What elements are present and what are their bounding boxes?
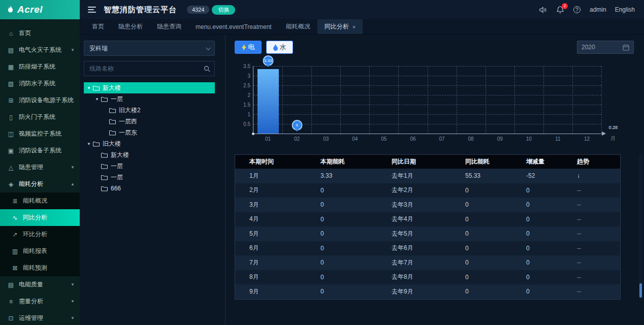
- tree-node-新大楼[interactable]: 新大楼: [84, 149, 215, 160]
- expand-arrow-icon[interactable]: ▼: [87, 86, 93, 90]
- sidebar-item-防排烟子系统[interactable]: ▦防排烟子系统: [0, 58, 80, 75]
- electric-toggle-button[interactable]: 电: [235, 41, 262, 54]
- scrollbar-thumb[interactable]: [639, 283, 642, 298]
- help-icon[interactable]: ?: [573, 6, 581, 14]
- tab-隐患分析[interactable]: 隐患分析: [111, 19, 150, 34]
- sidebar-item-运维管理[interactable]: ⊡运维管理▼: [0, 310, 80, 325]
- table-scrollbar[interactable]: [639, 154, 642, 299]
- year-picker[interactable]: 2020: [577, 41, 634, 54]
- collapse-menu-icon[interactable]: [88, 7, 96, 13]
- sidebar-item-电气火灾子系统[interactable]: ▤电气火灾子系统▼: [0, 42, 80, 58]
- sidebar-item-label: 电气火灾子系统: [19, 46, 61, 54]
- x-tick-label: 10: [526, 136, 532, 142]
- sidebar: Acrel ⌂首页▤电气火灾子系统▼▦防排烟子系统▧消防水子系统⊞消防设备电源子…: [0, 0, 80, 325]
- sidebar-subitem-label: 能耗概况: [23, 197, 47, 205]
- sidebar-subitem-能耗概况[interactable]: ≣能耗概况: [0, 192, 80, 209]
- project-dropdown[interactable]: 安科瑞: [84, 41, 215, 56]
- notifications-bell-icon[interactable]: 2: [556, 6, 564, 14]
- hazard-management-icon: △: [7, 164, 15, 171]
- tab-同比分析[interactable]: 同比分析×: [317, 19, 363, 34]
- switch-button[interactable]: 切换: [212, 5, 235, 15]
- axis-end-value: 0.28: [608, 125, 618, 130]
- tab-label: menu.event.eventTreatment: [196, 23, 272, 30]
- tree-node-新大楼[interactable]: ▼新大楼: [84, 82, 215, 93]
- table-header-row: 本期时间本期能耗同比日期同比能耗增减量趋势: [235, 155, 620, 169]
- chevron-down-icon: ▼: [71, 299, 75, 304]
- tree-node-一层东[interactable]: 一层东: [84, 127, 215, 138]
- gridline-v: [457, 66, 457, 134]
- sidebar-item-需量分析[interactable]: ≡需量分析▼: [0, 293, 80, 310]
- close-icon[interactable]: ×: [352, 24, 356, 30]
- expand-arrow-icon[interactable]: ▼: [95, 97, 101, 102]
- table-cell: 0: [320, 259, 392, 266]
- chevron-down-icon: ▼: [71, 316, 75, 320]
- column-header: 增减量: [526, 157, 577, 166]
- table-cell: 7月: [249, 258, 320, 267]
- device-tree: ▼新大楼▼一层旧大楼2一层西一层东▼旧大楼新大楼一层一层666: [84, 82, 215, 194]
- tree-node-label: 新大楼: [111, 151, 129, 159]
- sidebar-subitem-能耗报表[interactable]: ▥能耗报表: [0, 243, 80, 259]
- table-cell: 3.33: [320, 172, 392, 179]
- sidebar-subitem-环比分析[interactable]: ↗环比分析: [0, 226, 80, 243]
- table-cell: 去年1月: [392, 172, 465, 180]
- gridline-v: [514, 66, 515, 134]
- logo-text: Acrel: [17, 4, 43, 15]
- energy-forecast-icon: ⊠: [11, 265, 19, 272]
- expand-arrow-icon[interactable]: ▼: [87, 142, 93, 146]
- tree-node-一层[interactable]: 一层: [84, 172, 215, 183]
- sidebar-item-首页[interactable]: ⌂首页: [0, 25, 80, 42]
- tab-隐患查询[interactable]: 隐患查询: [150, 19, 188, 34]
- table-cell: 去年2月: [392, 186, 465, 194]
- tree-node-label: 666: [111, 185, 121, 192]
- sidebar-item-隐患管理[interactable]: △隐患管理▼: [0, 159, 80, 176]
- tab-首页[interactable]: 首页: [85, 19, 111, 34]
- sidebar-item-消防设备电源子系统[interactable]: ⊞消防设备电源子系统: [0, 92, 80, 109]
- table-cell: 9月: [249, 287, 320, 296]
- origin-dot: [252, 133, 254, 135]
- x-tick-label: 02: [294, 136, 300, 142]
- sidebar-item-防火门子系统[interactable]: ▯防火门子系统: [0, 109, 80, 125]
- tree-node-label: 旧大楼: [103, 140, 121, 148]
- language-switch[interactable]: English: [615, 6, 635, 13]
- sidebar-item-label: 首页: [19, 29, 31, 38]
- value-marker: 0: [292, 120, 302, 131]
- sidebar-item-消防水子系统[interactable]: ▧消防水子系统: [0, 75, 80, 92]
- speaker-icon[interactable]: [539, 6, 548, 14]
- tree-node-旧大楼2[interactable]: 旧大楼2: [84, 105, 215, 116]
- username[interactable]: admin: [590, 6, 606, 13]
- sidebar-subitem-能耗预测[interactable]: ⊠能耗预测: [0, 259, 80, 276]
- sidebar-item-视频监控子系统[interactable]: ◫视频监控子系统: [0, 125, 80, 142]
- x-tick-label: 05: [381, 136, 387, 142]
- logo: Acrel: [0, 0, 80, 19]
- sidebar-subitem-同比分析[interactable]: ∿同比分析: [0, 209, 80, 226]
- tree-node-一层[interactable]: ▼一层: [84, 93, 215, 105]
- tree-node-666[interactable]: 666: [84, 183, 215, 194]
- tree-node-label: 一层西: [119, 117, 137, 126]
- tree-node-旧大楼[interactable]: ▼旧大楼: [84, 138, 215, 149]
- tab-bar: 首页隐患分析隐患查询menu.event.eventTreatment能耗概况同…: [80, 19, 644, 35]
- page-title: 智慧消防管理云平台: [104, 5, 177, 15]
- line-search-input[interactable]: [84, 65, 199, 72]
- column-header: 本期时间: [249, 157, 320, 166]
- table-cell: 3月: [249, 201, 320, 209]
- tree-node-一层西[interactable]: 一层西: [84, 116, 215, 127]
- tree-node-一层[interactable]: 一层: [84, 160, 215, 172]
- sidebar-item-能耗分析[interactable]: ◈能耗分析▲: [0, 176, 80, 192]
- tab-menu.event.eventTreatment[interactable]: menu.event.eventTreatment: [188, 19, 279, 34]
- smoke-exhaust-icon: ▦: [7, 63, 15, 71]
- table-cell: 去年8月: [392, 273, 465, 281]
- gridline-v: [369, 66, 370, 134]
- mom-analysis-icon: ↗: [11, 231, 19, 238]
- water-toggle-button[interactable]: 水: [266, 41, 293, 54]
- tab-能耗概况[interactable]: 能耗概况: [279, 19, 317, 34]
- operations-icon: ⊡: [7, 315, 15, 322]
- table-row: 3月0去年3月00--: [235, 198, 620, 212]
- sidebar-item-消防设备子系统[interactable]: ▣消防设备子系统: [0, 142, 80, 159]
- column-header: 趋势: [577, 157, 620, 166]
- fire-door-icon: ▯: [7, 114, 15, 121]
- column-header: 本期能耗: [320, 157, 392, 166]
- y-tick-label: 1.5: [234, 102, 250, 108]
- search-icon[interactable]: [199, 61, 214, 76]
- sidebar-item-电能质量[interactable]: ▤电能质量▼: [0, 276, 80, 293]
- table-cell: 0: [320, 245, 392, 252]
